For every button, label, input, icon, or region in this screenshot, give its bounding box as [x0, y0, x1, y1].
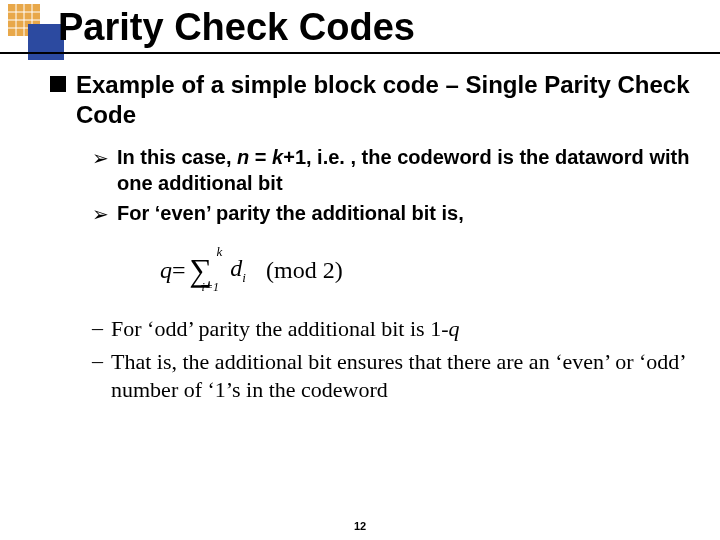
main-bullet-text: Example of a simple block code – Single …	[76, 70, 690, 130]
page-number: 12	[0, 520, 720, 532]
slide-title: Parity Check Codes	[58, 6, 415, 49]
title-underline	[0, 52, 720, 54]
dash-icon: –	[92, 315, 103, 341]
formula: q = ∑ k i=1 di (mod 2)	[160, 254, 690, 287]
dash-bullet-item: – For ‘odd’ parity the additional bit is…	[92, 315, 690, 344]
slide-content: Example of a simple block code – Single …	[50, 70, 690, 409]
arrow-bullet-text: In this case, n = k+1, i.e. , the codewo…	[117, 144, 690, 196]
arrow-icon: ➢	[92, 202, 109, 226]
arrow-bullet-item: ➢ In this case, n = k+1, i.e. , the code…	[92, 144, 690, 196]
arrow-bullet-item: ➢ For ‘even’ parity the additional bit i…	[92, 200, 690, 226]
dash-bullet-item: – That is, the additional bit ensures th…	[92, 348, 690, 405]
arrow-icon: ➢	[92, 146, 109, 170]
dash-icon: –	[92, 348, 103, 374]
arrow-bullet-text: For ‘even’ parity the additional bit is,	[117, 200, 464, 226]
dash-bullet-text: That is, the additional bit ensures that…	[111, 348, 690, 405]
dash-bullet-list: – For ‘odd’ parity the additional bit is…	[92, 315, 690, 405]
dash-bullet-text: For ‘odd’ parity the additional bit is 1…	[111, 315, 459, 344]
main-bullet: Example of a simple block code – Single …	[50, 70, 690, 130]
square-bullet-icon	[50, 76, 66, 92]
arrow-bullet-list: ➢ In this case, n = k+1, i.e. , the code…	[92, 144, 690, 226]
